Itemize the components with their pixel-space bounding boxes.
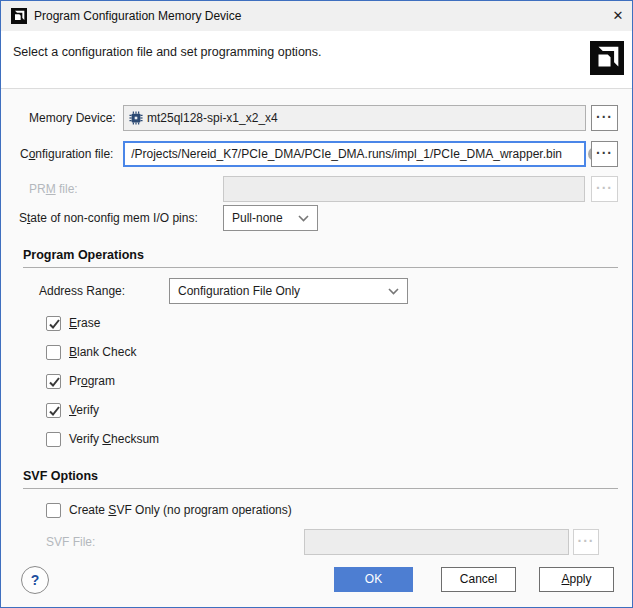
svf-file-label: SVF File: (46, 535, 95, 549)
program-checkbox-label[interactable]: Program (69, 374, 115, 388)
svf-options-section-title: SVF Options (23, 469, 98, 483)
verify-checksum-checkbox[interactable] (46, 432, 61, 447)
memory-device-browse-button[interactable]: ··· (591, 105, 618, 131)
create-svf-checkbox[interactable] (46, 503, 61, 518)
verify-checksum-checkbox-row[interactable]: Verify Checksum (46, 431, 159, 447)
memory-device-field[interactable]: mt25ql128-spi-x1_x2_x4 (123, 105, 586, 131)
memory-chip-icon (129, 111, 143, 125)
verify-checkbox-label[interactable]: Verify (69, 403, 99, 417)
erase-checkbox[interactable] (46, 316, 61, 331)
memory-device-value: mt25ql128-spi-x1_x2_x4 (147, 111, 278, 125)
prm-file-browse-button: ··· (591, 176, 618, 202)
configuration-file-value: /Projects/Nereid_K7/PCIe_DMA/PCIe_DMA.ru… (131, 147, 562, 161)
address-range-select[interactable]: Configuration File Only (169, 278, 408, 304)
program-checkbox-row[interactable]: Program (46, 373, 115, 389)
configuration-file-label: Configuration file: (20, 147, 113, 161)
svf-file-browse-button: ··· (573, 529, 599, 555)
brand-logo-icon (590, 41, 624, 75)
prm-file-label: PRM file: (29, 182, 78, 196)
program-checkbox[interactable] (46, 374, 61, 389)
ok-button[interactable]: OK (334, 567, 413, 592)
create-svf-checkbox-label[interactable]: Create SVF Only (no program operations) (69, 503, 292, 517)
verify-checkbox[interactable] (46, 403, 61, 418)
address-range-value: Configuration File Only (178, 284, 300, 298)
app-logo-icon (11, 8, 27, 24)
dialog-header: Select a configuration file and set prog… (1, 31, 632, 89)
configuration-file-input[interactable]: /Projects/Nereid_K7/PCIe_DMA/PCIe_DMA.ru… (123, 141, 586, 167)
section-divider (23, 488, 618, 489)
section-divider (23, 267, 618, 268)
erase-checkbox-label[interactable]: Erase (69, 316, 100, 330)
blank-check-checkbox[interactable] (46, 345, 61, 360)
erase-checkbox-row[interactable]: Erase (46, 315, 100, 331)
memory-device-label: Memory Device: (29, 111, 116, 125)
prm-file-input (223, 176, 585, 202)
blank-check-checkbox-row[interactable]: Blank Check (46, 344, 136, 360)
configuration-file-browse-button[interactable]: ··· (591, 141, 618, 167)
close-icon[interactable]: ✕ (607, 5, 629, 27)
io-pins-state-select[interactable]: Pull-none (223, 205, 318, 231)
cancel-button[interactable]: Cancel (441, 567, 516, 592)
io-pins-state-label: State of non-config mem I/O pins: (19, 211, 198, 225)
address-range-label: Address Range: (39, 284, 125, 298)
title-bar: Program Configuration Memory Device ✕ (1, 1, 632, 31)
svf-file-input (304, 529, 569, 555)
create-svf-checkbox-row[interactable]: Create SVF Only (no program operations) (46, 502, 292, 518)
chevron-down-icon (298, 215, 309, 222)
dialog-description: Select a configuration file and set prog… (13, 45, 322, 59)
verify-checkbox-row[interactable]: Verify (46, 402, 99, 418)
program-operations-section-title: Program Operations (23, 248, 144, 262)
verify-checksum-checkbox-label[interactable]: Verify Checksum (69, 432, 159, 446)
io-pins-state-value: Pull-none (232, 211, 283, 225)
apply-button[interactable]: Apply (539, 567, 614, 592)
help-button[interactable]: ? (21, 566, 49, 594)
chevron-down-icon (388, 288, 399, 295)
dialog-title: Program Configuration Memory Device (34, 1, 241, 31)
blank-check-checkbox-label[interactable]: Blank Check (69, 345, 136, 359)
program-config-memory-dialog: Program Configuration Memory Device ✕ Se… (0, 0, 633, 608)
